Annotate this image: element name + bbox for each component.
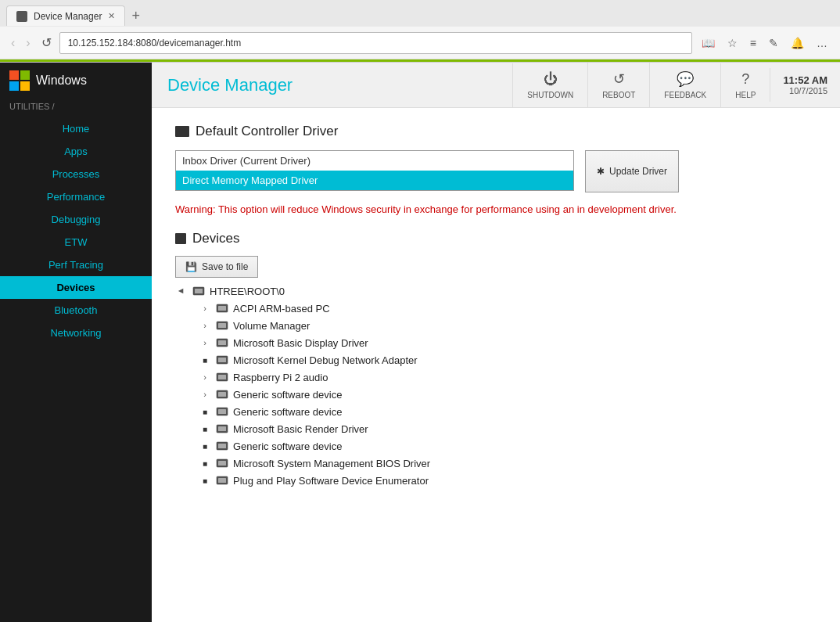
help-button[interactable]: ? HELP [720, 63, 770, 107]
logo-cell-1 [9, 70, 19, 80]
driver-option-inbox[interactable]: Inbox Driver (Current Driver) [176, 151, 573, 171]
svg-rect-3 [218, 306, 226, 311]
sidebar-item-bluetooth[interactable]: Bluetooth [0, 299, 152, 322]
tree-label-volume: Volume Manager [233, 320, 310, 332]
sidebar-item-debugging[interactable]: Debugging [0, 208, 152, 231]
new-tab-button[interactable]: + [125, 5, 146, 26]
device-icon-kernel-debug [216, 354, 228, 366]
update-driver-button[interactable]: ✱ Update Driver [585, 150, 679, 192]
sidebar-item-perf-tracing[interactable]: Perf Tracing [0, 253, 152, 276]
feedback-button[interactable]: 💬 FEEDBACK [649, 63, 720, 107]
tree-label-acpi: ACPI ARM-based PC [233, 303, 330, 315]
tree-chevron-root[interactable]: ▼ [175, 285, 188, 297]
tree-label-rpi-audio: Raspberry Pi 2 audio [233, 372, 328, 383]
tree-label-render: Microsoft Basic Render Driver [233, 423, 368, 435]
warning-text: Warning: This option will reduce Windows… [175, 203, 817, 215]
browser-controls: ‹ › ↺ 📖 ☆ ≡ ✎ 🔔 … [0, 27, 840, 59]
bookmark-button[interactable]: ☆ [723, 34, 742, 52]
address-bar[interactable] [59, 32, 692, 54]
device-icon-pnp [216, 474, 228, 487]
tree-bullet-pnp: ■ [199, 474, 211, 487]
tree-chevron-display[interactable]: › [199, 336, 211, 349]
device-icon-volume [216, 319, 228, 332]
devices-section-header: Devices [175, 231, 817, 246]
tree-chevron-volume[interactable]: › [199, 319, 211, 332]
refresh-button[interactable]: ↺ [38, 32, 55, 53]
green-accent-bar [0, 59, 840, 62]
svg-rect-7 [218, 340, 226, 345]
device-icon-rpi-audio [216, 371, 228, 383]
tree-bullet-generic-2: ■ [199, 405, 211, 418]
tree-row-pnp: ■ Plug and Play Software Device Enumerat… [175, 472, 817, 489]
tree-row-volume: › Volume Manager [175, 317, 817, 334]
reboot-icon: ↺ [613, 70, 625, 88]
device-icon-bios [216, 457, 228, 469]
sidebar-item-devices[interactable]: Devices [0, 276, 152, 299]
sidebar-item-performance[interactable]: Performance [0, 185, 152, 208]
tree-row-generic-2: ■ Generic software device [175, 403, 817, 420]
notifications-button[interactable]: 🔔 [786, 34, 809, 52]
sidebar-item-etw[interactable]: ETW [0, 231, 152, 253]
feedback-icon: 💬 [677, 70, 694, 88]
active-tab[interactable]: Device Manager ✕ [6, 5, 125, 26]
tree-row-bios: ■ Microsoft System Management BIOS Drive… [175, 455, 817, 472]
tree-label-generic-1: Generic software device [233, 389, 342, 401]
tree-bullet-bios: ■ [199, 457, 211, 469]
save-to-file-button[interactable]: 💾 Save to file [175, 256, 258, 278]
driver-select-box[interactable]: Inbox Driver (Current Driver) Direct Mem… [175, 150, 574, 191]
tree-chevron-rpi-audio[interactable]: › [199, 371, 211, 383]
logo-cell-2 [20, 70, 30, 80]
reboot-label: REBOOT [602, 91, 635, 99]
tree-row-rpi-audio: › Raspberry Pi 2 audio [175, 369, 817, 386]
browser-chrome: Device Manager ✕ + ‹ › ↺ 📖 ☆ ≡ ✎ 🔔 … [0, 0, 840, 63]
device-icon-acpi [216, 302, 228, 315]
tree-chevron-generic-1[interactable]: › [199, 388, 211, 401]
reader-mode-button[interactable]: 📖 [697, 34, 720, 52]
tree-row-acpi: › ACPI ARM-based PC [175, 300, 817, 317]
sidebar-item-home[interactable]: Home [0, 117, 152, 140]
browser-actions: 📖 ☆ ≡ ✎ 🔔 … [697, 34, 832, 52]
tab-close-button[interactable]: ✕ [108, 11, 115, 21]
tree-label-root: HTREE\ROOT\0 [210, 286, 285, 297]
menu-button[interactable]: ≡ [745, 34, 761, 52]
shutdown-label: SHUTDOWN [527, 91, 573, 99]
main-content: Device Manager ⏻ SHUTDOWN ↺ REBOOT 💬 FEE… [152, 63, 840, 622]
tree-bullet-generic-3: ■ [199, 440, 211, 452]
svg-rect-11 [218, 375, 226, 379]
logo-cell-3 [9, 81, 19, 91]
driver-section-header: Default Controller Driver [175, 124, 817, 139]
device-icon-generic-1 [216, 388, 228, 401]
tab-favicon [16, 11, 27, 22]
tree-chevron-acpi[interactable]: › [199, 302, 211, 315]
sidebar-item-networking[interactable]: Networking [0, 322, 152, 344]
shutdown-icon: ⏻ [544, 71, 558, 88]
sidebar-breadcrumb: UTILITIES / [0, 99, 152, 117]
svg-rect-19 [218, 444, 226, 448]
sidebar-item-processes[interactable]: Processes [0, 163, 152, 185]
tab-bar: Device Manager ✕ + [0, 0, 840, 27]
shutdown-button[interactable]: ⏻ SHUTDOWN [512, 63, 587, 107]
sidebar-item-apps[interactable]: Apps [0, 140, 152, 163]
more-button[interactable]: … [812, 34, 832, 52]
reboot-button[interactable]: ↺ REBOOT [587, 63, 649, 107]
forward-button[interactable]: › [23, 33, 33, 53]
clock-time: 11:52 AM [783, 74, 827, 86]
save-icon: 💾 [185, 261, 197, 272]
tree-row-kernel-debug: ■ Microsoft Kernel Debug Network Adapter [175, 351, 817, 369]
tree-label-generic-3: Generic software device [233, 440, 342, 452]
feedback-label: FEEDBACK [664, 91, 706, 99]
driver-option-direct-memory[interactable]: Direct Memory Mapped Driver [176, 171, 573, 190]
tree-label-generic-2: Generic software device [233, 406, 342, 418]
tree-bullet-kernel-debug: ■ [199, 354, 211, 366]
svg-rect-15 [218, 409, 226, 414]
back-button[interactable]: ‹ [8, 33, 18, 53]
update-driver-icon: ✱ [597, 166, 605, 177]
edit-button[interactable]: ✎ [764, 34, 783, 52]
tree-row-root: ▼ HTREE\ROOT\0 [175, 282, 817, 300]
content-area: Default Controller Driver Inbox Driver (… [152, 108, 840, 622]
update-driver-label: Update Driver [609, 166, 667, 177]
sidebar: Windows UTILITIES / Home Apps Processes … [0, 63, 152, 622]
tree-row-display: › Microsoft Basic Display Driver [175, 334, 817, 351]
device-icon-generic-2 [216, 405, 228, 418]
svg-rect-17 [218, 426, 226, 431]
